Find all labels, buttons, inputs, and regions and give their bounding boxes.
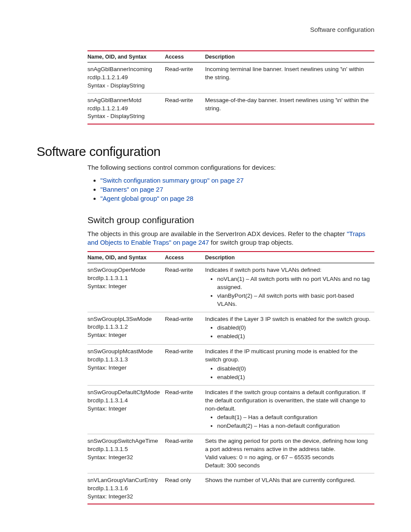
nos-syntax: Syntax - DisplayString [87,112,162,121]
desc-bullet: disabled(0) [217,324,372,332]
table-row: snSwGroupDefaultCfgModebrcdIp.1.1.3.1.4S… [87,385,374,434]
th-access: Access [165,252,205,263]
desc-bullet: default(1) – Has a default configuration [217,414,372,422]
nos-syntax: Syntax: Integer32 [87,454,162,462]
cell-access: Read-write [165,93,205,124]
desc-intro: Message-of-the-day banner. Insert newlin… [205,96,372,113]
desc-intro: Indicates if the IP multicast pruning mo… [205,348,372,364]
section-link-item: "Banners" on page 27 [100,186,374,193]
table-row: snSwGroupSwitchAgeTimebrcdIp.1.1.3.1.5Sy… [87,434,374,473]
subsection-intro: The objects in this group are available … [87,230,374,247]
nos-syntax: Syntax: Integer32 [87,493,162,501]
section-link-item: "Agent global group" on page 28 [100,195,374,202]
desc-intro: Indicates if the switch group contains a… [205,389,372,413]
section-link[interactable]: "Agent global group" on page 28 [100,195,193,202]
cell-nos: snSwGroupDefaultCfgModebrcdIp.1.1.3.1.4S… [87,385,165,434]
table-row: snAgGblBannerMotdrcdIp.1.1.2.1.49Syntax … [87,93,374,124]
desc-extra: Default: 300 seconds [205,462,372,470]
desc-bullet: enabled(1) [217,333,372,341]
th-nos: Name, OID, and Syntax [87,252,165,263]
desc-intro: Indicates if switch ports have VLANs def… [205,266,372,274]
nos-name: snAgGblBannerIncoming [87,65,162,74]
section-link-item: "Switch configuration summary group" on … [100,177,374,184]
sub-intro-post: for switch group trap objects. [209,239,293,246]
section-link[interactable]: "Banners" on page 27 [100,186,163,193]
table-row: snSwGroupIpL3SwModebrcdIp.1.1.3.1.2Synta… [87,312,374,345]
cell-desc: Sets the aging period for ports on the d… [205,434,374,473]
nos-oid: brcdIp.1.1.3.1.6 [87,485,162,493]
cell-access: Read only [165,473,205,504]
nos-name: snSwGroupOperMode [87,266,162,274]
desc-intro: Sets the aging period for ports on the d… [205,437,372,454]
cell-nos: snSwGroupSwitchAgeTimebrcdIp.1.1.3.1.5Sy… [87,434,165,473]
desc-bullet: noVLan(1) – All switch ports with no por… [217,275,372,292]
table-row: snSwGroupOperModebrcdIp.1.1.3.1.1Syntax:… [87,263,374,312]
cell-nos: snSwGroupIpL3SwModebrcdIp.1.1.3.1.2Synta… [87,312,165,345]
nos-oid: brcdIp.1.1.3.1.2 [87,323,162,331]
nos-syntax: Syntax: Integer [87,405,162,413]
section-intro: The following sections control common co… [87,163,374,172]
nos-name: snSwGroupSwitchAgeTime [87,437,162,445]
nos-syntax: Syntax: Integer [87,331,162,339]
running-header: Software configuration [37,26,374,33]
desc-intro: Incoming terminal line banner. Insert ne… [205,65,372,82]
nos-syntax: Syntax: Integer [87,364,162,372]
nos-oid: brcdIp.1.1.3.1.3 [87,356,162,364]
table-row: snAgGblBannerIncomingrcdIp.1.1.2.1.49Syn… [87,62,374,93]
cell-nos: snVLanGroupVlanCurEntrybrcdIp.1.1.3.1.6S… [87,473,165,504]
desc-bullets: noVLan(1) – All switch ports with no por… [205,275,372,308]
cell-access: Read-write [165,345,205,386]
nos-name: snVLanGroupVlanCurEntry [87,476,162,485]
banner-table: Name, OID, and Syntax Access Description… [87,50,374,124]
nos-oid: brcdIp.1.1.3.1.5 [87,445,162,454]
section-link[interactable]: "Switch configuration summary group" on … [100,177,244,184]
desc-intro: Indicates if the Layer 3 IP switch is en… [205,315,372,324]
nos-name: snSwGroupDefaultCfgMode [87,389,162,397]
desc-bullet: disabled(0) [217,365,372,373]
section-links-list: "Switch configuration summary group" on … [87,177,374,202]
cell-access: Read-write [165,312,205,345]
cell-nos: snSwGroupIpMcastModebrcdIp.1.1.3.1.3Synt… [87,345,165,386]
cell-desc: Shows the number of VLANs that are curre… [205,473,374,504]
cell-desc: Indicates if the switch group contains a… [205,385,374,434]
cell-access: Read-write [165,385,205,434]
nos-syntax: Syntax: Integer [87,283,162,291]
cell-desc: Incoming terminal line banner. Insert ne… [205,62,374,93]
nos-oid: brcdIp.1.1.3.1.1 [87,274,162,283]
switch-group-table: Name, OID, and Syntax Access Description… [87,251,374,504]
cell-access: Read-write [165,263,205,312]
nos-name: snAgGblBannerMotd [87,96,162,105]
cell-nos: snSwGroupOperModebrcdIp.1.1.3.1.1Syntax:… [87,263,165,312]
cell-nos: snAgGblBannerIncomingrcdIp.1.1.2.1.49Syn… [87,62,165,93]
th-desc: Description [205,51,374,62]
table-row: snSwGroupIpMcastModebrcdIp.1.1.3.1.3Synt… [87,345,374,386]
table-row: snVLanGroupVlanCurEntrybrcdIp.1.1.3.1.6S… [87,473,374,504]
desc-bullets: disabled(0)enabled(1) [205,365,372,382]
desc-bullet: vlanByPort(2) – All switch ports with ba… [217,292,372,308]
nos-name: snSwGroupIpMcastMode [87,348,162,356]
nos-syntax: Syntax - DisplayString [87,82,162,90]
desc-bullet: nonDefault(2) – Has a non-default config… [217,422,372,430]
cell-desc: Indicates if switch ports have VLANs def… [205,263,374,312]
desc-intro: Shows the number of VLANs that are curre… [205,476,372,485]
th-desc: Description [205,252,374,263]
cell-nos: snAgGblBannerMotdrcdIp.1.1.2.1.49Syntax … [87,93,165,124]
desc-bullets: default(1) – Has a default configuration… [205,414,372,430]
cell-desc: Indicates if the IP multicast pruning mo… [205,345,374,386]
nos-name: snSwGroupIpL3SwMode [87,315,162,324]
th-access: Access [165,51,205,62]
cell-access: Read-write [165,434,205,473]
desc-bullets: disabled(0)enabled(1) [205,324,372,341]
cell-access: Read-write [165,62,205,93]
desc-bullet: enabled(1) [217,373,372,382]
subsection-heading: Switch group configuration [87,215,374,225]
th-nos: Name, OID, and Syntax [87,51,165,62]
nos-oid: rcdIp.1.1.2.1.49 [87,105,162,113]
nos-oid: brcdIp.1.1.3.1.4 [87,397,162,405]
desc-extra: Valid values: 0 = no aging, or 67 – 6553… [205,454,372,462]
section-heading: Software configuration [37,144,374,159]
cell-desc: Indicates if the Layer 3 IP switch is en… [205,312,374,345]
sub-intro-pre: The objects in this group are available … [87,230,347,237]
cell-desc: Message-of-the-day banner. Insert newlin… [205,93,374,124]
nos-oid: rcdIp.1.1.2.1.49 [87,74,162,82]
